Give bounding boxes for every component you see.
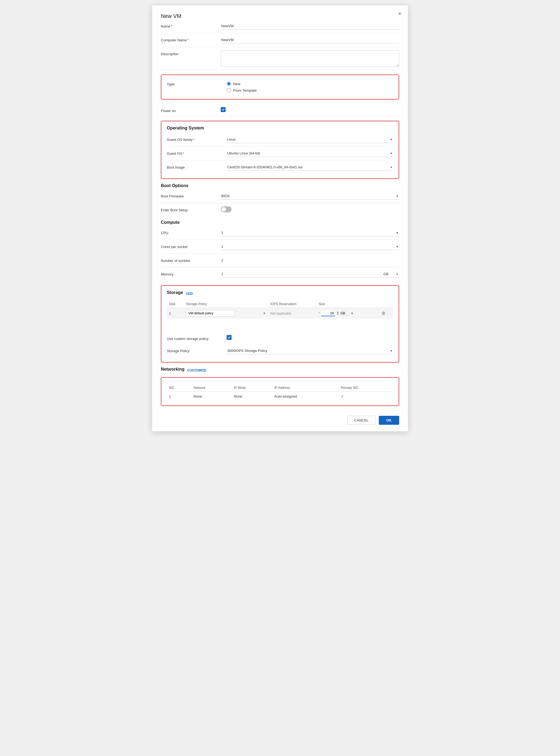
delete-disk-btn[interactable]: 🗑 [381, 311, 386, 316]
table-row: 1 None None Auto-assigned ✓ [167, 392, 393, 401]
operating-system-section: Operating System Guest OS family* Linux … [161, 121, 399, 179]
storage-col-disk: Disk [167, 300, 184, 308]
boot-firmware-label: Boot Firmware [161, 192, 221, 198]
modal-footer: CANCEL OK [161, 413, 399, 425]
networking-outer: Networking CUSTOMIZE NIC Network IP Mode… [161, 367, 399, 406]
storage-policy-field-select[interactable]: 3000IOPS Storage Policy [227, 347, 393, 354]
net-col-network: Network [191, 384, 232, 392]
nic-ip-mode: None [232, 392, 272, 401]
memory-unit-select[interactable]: GB MB [383, 271, 399, 278]
boot-image-label: Boot image [167, 164, 227, 169]
cpu-select[interactable]: 1 [221, 229, 399, 236]
type-template-radio[interactable] [227, 88, 231, 92]
nic-number: 1 [167, 392, 191, 401]
boot-firmware-select[interactable]: BIOS [221, 192, 399, 200]
storage-policy-cell: VM default policy [184, 308, 268, 319]
number-of-sockets-value: 1 [221, 257, 399, 264]
close-button[interactable]: × [398, 11, 401, 16]
net-col-ip-mode: IP Mode [232, 384, 272, 392]
cancel-button[interactable]: CANCEL [347, 416, 376, 425]
modal-title: New VM [161, 13, 181, 19]
computer-name-row: Computer Name* [161, 33, 399, 47]
memory-input[interactable] [221, 271, 382, 278]
power-on-row: Power on [161, 104, 399, 117]
storage-table: Disk Storage Policy IOPS Reservation Siz… [167, 300, 393, 330]
iops-value: Not Applicable [271, 312, 292, 315]
net-col-primary-nic: Primary NIC [339, 384, 393, 392]
cpu-row: CPU 1 [161, 226, 399, 240]
os-section-title: Operating System [167, 126, 393, 130]
networking-section: NIC Network IP Mode IP Address Primary N… [161, 377, 399, 406]
boot-options-section: Boot Options Boot Firmware BIOS Enter Bo… [161, 183, 399, 216]
storage-col-policy: Storage Policy [184, 300, 268, 308]
nic-network: None [191, 392, 232, 401]
guest-os-row: Guest OS* Ubuntu Linux (64-bit) [167, 147, 393, 161]
networking-header: Networking CUSTOMIZE [161, 367, 399, 374]
guest-os-family-select[interactable]: Linux [227, 136, 393, 143]
enter-boot-setup-toggle[interactable] [221, 206, 232, 212]
new-vm-modal: New VM × Name* Computer Name* Descriptio… [152, 5, 408, 431]
compute-section: Compute CPU 1 Cores per socket 1 [161, 220, 399, 281]
storage-title: Storage [167, 290, 183, 295]
guest-os-select[interactable]: Ubuntu Linux (64-bit) [227, 150, 393, 157]
guest-os-family-row: Guest OS family* Linux [167, 133, 393, 147]
storage-section: Storage ADD Disk Storage Policy IOPS Res… [161, 285, 399, 362]
size-cell: * ▲ ▼ GB MB [317, 308, 379, 319]
enter-boot-setup-label: Enter Boot Setup [161, 206, 221, 212]
storage-policy-row: Storage Policy 3000IOPS Storage Policy [167, 344, 393, 358]
memory-label: Memory [161, 271, 221, 276]
table-row: 1 VM default policy Not Applicable [167, 308, 393, 319]
name-input[interactable] [221, 23, 399, 30]
size-unit-select[interactable]: GB MB [340, 311, 349, 315]
type-template-radio-row: From Template [227, 87, 393, 93]
net-col-ip-address: IP Address [272, 384, 339, 392]
type-row: Type New From Template [167, 79, 393, 94]
storage-policy-select[interactable]: VM default policy [186, 310, 235, 317]
boot-image-row: Boot image CentOS-Stream-8-20240401.0-x8… [167, 161, 393, 174]
computer-name-label: Computer Name* [161, 37, 221, 42]
memory-row: Memory GB MB [161, 267, 399, 281]
nic-primary: ✓ [339, 392, 393, 401]
custom-storage-label: Use custom storage policy: [167, 335, 227, 341]
guest-os-label: Guest OS* [167, 150, 227, 155]
networking-title: Networking [161, 367, 184, 372]
delete-cell: 🗑 [379, 308, 393, 319]
empty-row [167, 319, 393, 330]
computer-name-input[interactable] [221, 37, 399, 43]
iops-cell: Not Applicable [268, 308, 317, 319]
boot-firmware-row: Boot Firmware BIOS [161, 189, 399, 203]
power-on-checkbox[interactable] [221, 107, 225, 112]
name-row: Name* [161, 19, 399, 33]
nic-ip-address: Auto-assigned [272, 392, 339, 401]
description-textarea[interactable] [221, 50, 399, 67]
custom-storage-policy-row: Use custom storage policy: [167, 332, 393, 344]
storage-header: Storage ADD [167, 290, 393, 297]
type-section: Type New From Template [161, 75, 399, 100]
boot-image-select[interactable]: CentOS-Stream-8-20240401.0-x86_64-dvd1.i… [227, 164, 393, 171]
storage-col-size: Size [317, 300, 379, 308]
cores-per-socket-select[interactable]: 1 [221, 243, 399, 250]
net-col-nic: NIC [167, 384, 191, 392]
description-label: Description [161, 50, 221, 56]
cpu-label: CPU [161, 229, 221, 235]
enter-boot-setup-row: Enter Boot Setup [161, 203, 399, 216]
type-new-radio-row: New [227, 81, 393, 87]
cores-per-socket-label: Cores per socket [161, 243, 221, 249]
name-label: Name* [161, 23, 221, 28]
guest-os-family-label: Guest OS family* [167, 136, 227, 142]
disk-number: 1 [167, 308, 184, 319]
type-new-radio[interactable] [227, 82, 231, 86]
networking-customize-link[interactable]: CUSTOMIZE [187, 369, 206, 372]
custom-storage-checkbox[interactable] [227, 335, 232, 340]
size-down-btn[interactable]: ▼ [337, 313, 339, 315]
number-of-sockets-row: Number of sockets 1 [161, 254, 399, 267]
number-of-sockets-label: Number of sockets [161, 257, 221, 263]
size-input[interactable] [321, 311, 335, 316]
ok-button[interactable]: OK [379, 416, 399, 425]
storage-policy-field-label: Storage Policy [167, 347, 227, 353]
storage-add-link[interactable]: ADD [186, 292, 193, 296]
cores-per-socket-row: Cores per socket 1 [161, 240, 399, 254]
power-on-label: Power on [161, 107, 221, 113]
type-label: Type [167, 81, 227, 86]
compute-title: Compute [161, 220, 399, 225]
